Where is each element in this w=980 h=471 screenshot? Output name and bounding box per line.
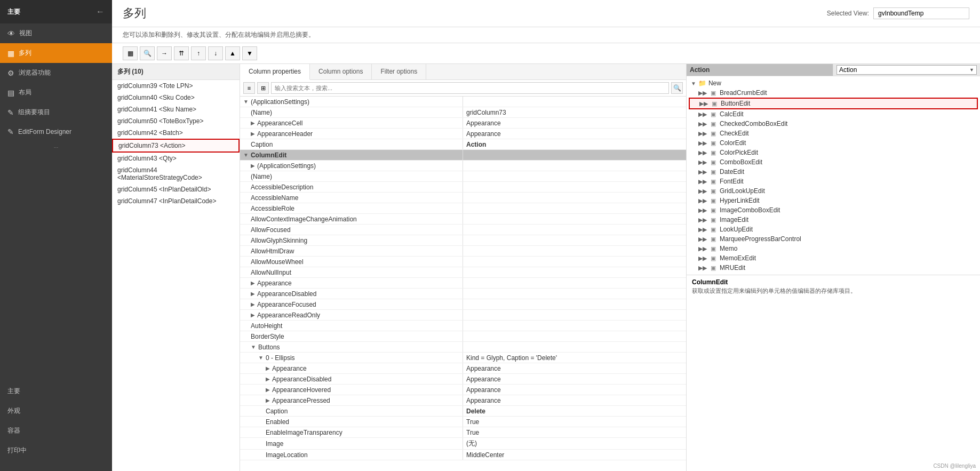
tree-item-grid-lookup[interactable]: ▶▶▣GridLookUpEdit: [689, 186, 978, 196]
tree-item-mru-edit[interactable]: ▶▶▣MRUEdit: [689, 263, 978, 273]
prop-row-app-settings2[interactable]: ▶ (ApplicationSettings): [240, 161, 686, 171]
column-item-col50[interactable]: gridColumn50 <ToteBoxType>: [112, 115, 240, 127]
toolbar-search-btn[interactable]: 🔍: [140, 46, 155, 60]
sidebar-item-layout[interactable]: ▤布局: [0, 83, 112, 102]
prop-row-btn-image-location[interactable]: ImageLocationMiddleCenter: [240, 450, 686, 460]
column-item-col45[interactable]: gridColumn45 <InPlanDetailOld>: [112, 183, 240, 195]
prop-row-name2[interactable]: (Name): [240, 171, 686, 182]
toolbar-up2-btn[interactable]: ⇈: [174, 46, 189, 60]
prop-row-allow-mouse[interactable]: AllowMouseWheel: [240, 257, 686, 267]
tab-column-options[interactable]: Column options: [310, 64, 372, 79]
prop-row-allow-html[interactable]: AllowHtmlDraw: [240, 246, 686, 257]
sidebar-item-editform[interactable]: ✎EditForm Designer: [0, 122, 112, 141]
tree-label-image-combo: ImageComboBoxEdit: [720, 206, 780, 214]
column-item-col41[interactable]: gridColumn41 <Sku Name>: [112, 103, 240, 115]
prop-row-btn-appearance-pressed[interactable]: ▶ AppearancePressedAppearance: [240, 395, 686, 406]
tree-item-new-folder[interactable]: ▼📁New: [689, 78, 978, 88]
prop-row-caption[interactable]: CaptionAction: [240, 139, 686, 150]
prop-row-appearance[interactable]: ▶ Appearance: [240, 278, 686, 289]
column-item-col44[interactable]: gridColumn44 <MaterialStoreStrategyCode>: [112, 164, 240, 183]
prop-row-auto-height[interactable]: AutoHeight: [240, 321, 686, 331]
tree-item-color-pick[interactable]: ▶▶▣ColorPickEdit: [689, 148, 978, 157]
prop-row-appearance-focused[interactable]: ▶ AppearanceFocused: [240, 299, 686, 310]
prop-row-appearance-disabled[interactable]: ▶ AppearanceDisabled: [240, 289, 686, 299]
tree-item-check-edit[interactable]: ▶▶▣CheckEdit: [689, 129, 978, 138]
sidebar-bottom-appearance[interactable]: 外观: [0, 401, 112, 421]
tree-item-lookup-edit[interactable]: ▶▶▣LookUpEdit: [689, 225, 978, 234]
column-item-col40[interactable]: gridColumn40 <Sku Code>: [112, 92, 240, 103]
column-edit-dropdown[interactable]: Action ▼: [836, 65, 977, 75]
prop-row-allow-context[interactable]: AllowContextImageChangeAnimation: [240, 214, 686, 225]
toolbar-up-arrow-btn[interactable]: ▲: [225, 46, 240, 60]
tree-item-memo[interactable]: ▶▶▣Memo: [689, 244, 978, 253]
prop-row-border-style[interactable]: BorderStyle: [240, 331, 686, 342]
sidebar-item-columns[interactable]: ▦多列: [0, 43, 112, 63]
toolbar-down1-btn[interactable]: ↓: [208, 46, 223, 60]
prop-row-btn-caption[interactable]: CaptionDelete: [240, 406, 686, 417]
props-category-btn[interactable]: ⊞: [257, 82, 269, 94]
prop-row-buttons-group[interactable]: ▼ Buttons: [240, 342, 686, 353]
sidebar-bottom-container[interactable]: 容器: [0, 421, 112, 441]
tree-item-color-edit[interactable]: ▶▶▣ColorEdit: [689, 138, 978, 148]
prop-row-column-edit-group[interactable]: ▼ ColumnEdit: [240, 150, 686, 161]
tree-item-memo-ex[interactable]: ▶▶▣MemoExEdit: [689, 253, 978, 263]
prop-name-app-settings-group: ▼ (ApplicationSettings): [240, 97, 463, 107]
tree-label-breadcrumb: BreadCrumbEdit: [720, 89, 767, 97]
column-item-col43[interactable]: gridColumn43 <Qty>: [112, 153, 240, 164]
tree-item-combo-box[interactable]: ▶▶▣ComboBoxEdit: [689, 157, 978, 167]
column-item-col47[interactable]: gridColumn47 <InPlanDetailCode>: [112, 195, 240, 207]
tree-item-date-edit[interactable]: ▶▶▣DateEdit: [689, 167, 978, 177]
sidebar-dots[interactable]: ···: [0, 141, 112, 154]
tree-item-image-edit[interactable]: ▶▶▣ImageEdit: [689, 215, 978, 225]
column-item-col42[interactable]: gridColumn42 <Batch>: [112, 127, 240, 139]
sidebar-bottom-main[interactable]: 主要: [0, 381, 112, 401]
prop-row-btn-appearance[interactable]: ▶ AppearanceAppearance: [240, 363, 686, 374]
tree-folder-icon-new-folder: 📁: [698, 79, 706, 87]
prop-row-accessible-name[interactable]: AccessibleName: [240, 193, 686, 203]
prop-row-allow-null[interactable]: AllowNullInput: [240, 267, 686, 278]
prop-row-btn-image[interactable]: Image(无): [240, 438, 686, 450]
prop-row-appearance-cell[interactable]: ▶ AppearanceCellAppearance: [240, 118, 686, 129]
prop-row-btn-appearance-disabled[interactable]: ▶ AppearanceDisabledAppearance: [240, 374, 686, 385]
prop-row-btn-enable-img-trans[interactable]: EnableImageTransparencyTrue: [240, 427, 686, 438]
prop-row-button-0[interactable]: ▼ 0 - EllipsisKind = Glyph, Caption = 'D…: [240, 353, 686, 363]
tree-item-breadcrumb[interactable]: ▶▶▣BreadCrumbEdit: [689, 88, 978, 98]
prop-row-btn-enabled[interactable]: EnabledTrue: [240, 417, 686, 427]
sidebar-bottom-label-main: 主要: [7, 387, 20, 396]
tree-item-checked-combo[interactable]: ▶▶▣CheckedComboBoxEdit: [689, 119, 978, 129]
tree-item-button-edit[interactable]: ▶▶▣ButtonEdit: [689, 98, 978, 109]
prop-row-allow-focused[interactable]: AllowFocused: [240, 225, 686, 235]
tree-item-hyperlink[interactable]: ▶▶▣HyperLinkEdit: [689, 196, 978, 205]
tab-filter-options[interactable]: Filter options: [372, 64, 426, 79]
tree-item-marquee-progress[interactable]: ▶▶▣MarqueeProgressBarControl: [689, 234, 978, 244]
prop-row-allow-glyph[interactable]: AllowGlyphSkinning: [240, 235, 686, 246]
tab-column-properties[interactable]: Column properties: [240, 64, 310, 80]
sidebar-back-button[interactable]: ←: [96, 7, 105, 17]
sidebar-item-view[interactable]: 👁视图: [0, 23, 112, 43]
prop-row-name[interactable]: (Name)gridColumn73: [240, 107, 686, 118]
toolbar-arrow-btn[interactable]: →: [157, 46, 172, 60]
sidebar-item-summary[interactable]: ✎组摘要项目: [0, 102, 112, 122]
props-search-icon-btn[interactable]: 🔍: [671, 82, 683, 94]
prop-row-accessible-role[interactable]: AccessibleRole: [240, 203, 686, 214]
toolbar-up1-btn[interactable]: ↑: [191, 46, 206, 60]
tree-item-image-combo[interactable]: ▶▶▣ImageComboBoxEdit: [689, 205, 978, 215]
tree-item-font-edit[interactable]: ▶▶▣FontEdit: [689, 177, 978, 186]
prop-row-btn-appearance-hovered[interactable]: ▶ AppearanceHoveredAppearance: [240, 385, 686, 395]
prop-row-appearance-readonly[interactable]: ▶ AppearanceReadOnly: [240, 310, 686, 321]
sidebar-bottom-print[interactable]: 打印中: [0, 441, 112, 460]
tree-item-calc-edit[interactable]: ▶▶▣CalcEdit: [689, 109, 978, 119]
prop-row-app-settings-group[interactable]: ▼ (ApplicationSettings): [240, 97, 686, 107]
column-item-col39[interactable]: gridColumn39 <Tote LPN>: [112, 80, 240, 92]
column-item-col73[interactable]: gridColumn73 <Action>: [112, 139, 240, 153]
toolbar-down-arrow-btn[interactable]: ▼: [242, 46, 257, 60]
selected-view-input[interactable]: [873, 7, 969, 19]
props-search-input[interactable]: [271, 82, 669, 94]
prop-row-appearance-header[interactable]: ▶ AppearanceHeaderAppearance: [240, 129, 686, 139]
prop-name-btn-enabled: Enabled: [240, 417, 463, 427]
prop-row-accessible-desc[interactable]: AccessibleDescription: [240, 182, 686, 193]
toolbar-grid-btn[interactable]: ▦: [123, 46, 138, 60]
props-sort-btn[interactable]: ≡: [243, 82, 255, 94]
sidebar-item-browser[interactable]: ⚙浏览器功能: [0, 63, 112, 83]
tree-item-box-hyperlink: ▣: [711, 197, 716, 204]
